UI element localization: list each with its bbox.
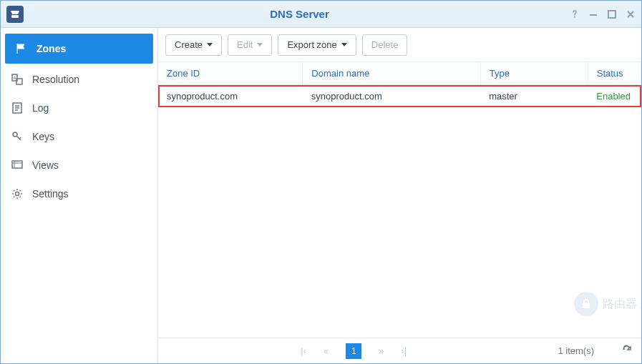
sidebar-item-views[interactable]: Views [1, 151, 157, 179]
caret-down-icon [257, 43, 263, 46]
item-count: 1 item(s) [558, 345, 594, 356]
cell-zone-id: synoproduct.com [158, 85, 303, 108]
cell-domain-name: synoproduct.com [303, 85, 480, 108]
sidebar-item-label: Settings [32, 188, 69, 200]
key-icon [11, 130, 24, 143]
create-button[interactable]: Create [165, 34, 222, 56]
svg-point-9 [16, 192, 19, 196]
svg-rect-10 [583, 303, 590, 308]
resolution-icon: A [11, 73, 24, 86]
toolbar: Create Edit Export zone Delete [158, 28, 641, 62]
views-icon [11, 159, 24, 172]
button-label: Export zone [287, 39, 336, 50]
svg-rect-1 [590, 14, 597, 16]
app-window: DNS Server Zones A Resolution Log [0, 0, 642, 364]
button-label: Edit [237, 39, 253, 50]
window-title: DNS Server [29, 8, 570, 20]
delete-button[interactable]: Delete [362, 34, 408, 56]
table-row[interactable]: synoproduct.com synoproduct.com master E… [158, 85, 641, 108]
caret-down-icon [341, 43, 347, 46]
table-container: Zone ID Domain name Type Status synoprod… [158, 62, 641, 338]
maximize-icon[interactable] [607, 9, 617, 19]
caret-down-icon [207, 43, 213, 46]
help-icon[interactable] [570, 9, 580, 19]
sidebar-item-settings[interactable]: Settings [1, 179, 157, 208]
sidebar-item-label: Zones [37, 43, 66, 54]
svg-text:A: A [14, 76, 16, 80]
first-page-icon[interactable]: |‹ [301, 345, 306, 356]
current-page[interactable]: 1 [346, 343, 361, 359]
watermark: 路由器 [574, 292, 637, 316]
sidebar-item-zones[interactable]: Zones [5, 34, 153, 64]
button-label: Create [175, 39, 203, 50]
svg-rect-2 [608, 11, 616, 18]
minimize-icon[interactable] [588, 9, 598, 19]
gear-icon [11, 187, 24, 200]
cell-status: Enabled [588, 85, 641, 108]
edit-button[interactable]: Edit [228, 34, 272, 56]
titlebar: DNS Server [1, 1, 641, 28]
log-icon [11, 102, 24, 114]
body: Zones A Resolution Log Keys Views Settin… [1, 28, 641, 363]
svg-rect-0 [11, 15, 19, 18]
svg-rect-8 [12, 161, 22, 168]
close-icon[interactable] [626, 9, 636, 19]
sidebar: Zones A Resolution Log Keys Views Settin… [1, 28, 158, 363]
sidebar-item-label: Keys [32, 131, 54, 142]
sidebar-item-label: Resolution [32, 74, 79, 85]
cell-type: master [480, 85, 588, 108]
watermark-text: 路由器 [603, 297, 637, 312]
sidebar-item-resolution[interactable]: A Resolution [1, 65, 157, 94]
refresh-icon[interactable] [621, 344, 633, 358]
col-header-status[interactable]: Status [588, 62, 641, 85]
export-zone-button[interactable]: Export zone [278, 34, 356, 56]
pager-nav: |‹ « 1 » ›| [167, 343, 540, 359]
col-header-type[interactable]: Type [480, 62, 588, 85]
last-page-icon[interactable]: ›| [401, 345, 407, 356]
col-header-zone-id[interactable]: Zone ID [158, 62, 303, 85]
main-panel: Create Edit Export zone Delete Zone ID D… [158, 28, 641, 363]
window-controls [570, 9, 636, 19]
sidebar-item-keys[interactable]: Keys [1, 122, 157, 151]
pager: |‹ « 1 » ›| 1 item(s) [158, 338, 641, 363]
sidebar-item-label: Views [32, 159, 59, 171]
zones-table: Zone ID Domain name Type Status synoprod… [158, 62, 641, 107]
sidebar-item-label: Log [32, 102, 49, 114]
lock-icon [574, 292, 598, 316]
table-header-row: Zone ID Domain name Type Status [158, 62, 641, 85]
next-page-icon[interactable]: » [379, 345, 384, 356]
button-label: Delete [371, 39, 399, 50]
flag-icon [15, 42, 28, 55]
app-icon [6, 6, 24, 23]
prev-page-icon[interactable]: « [324, 345, 329, 356]
sidebar-item-log[interactable]: Log [1, 94, 157, 122]
col-header-domain-name[interactable]: Domain name [303, 62, 480, 85]
